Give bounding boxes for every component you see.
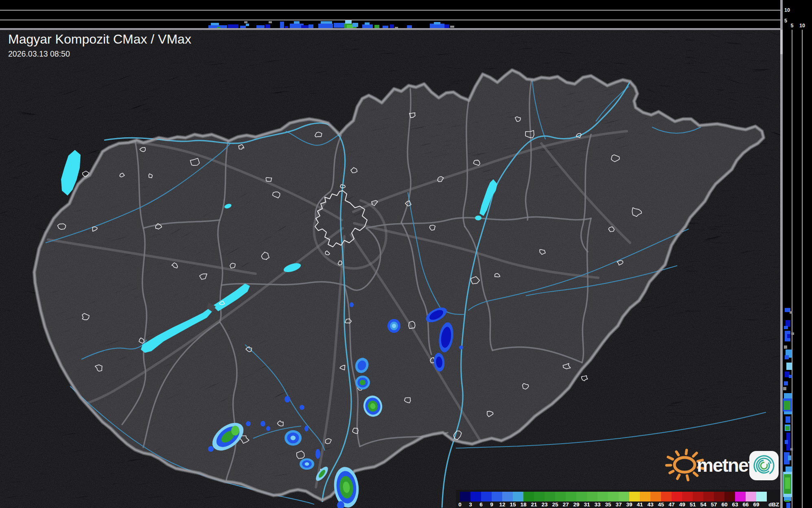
legend-value-label: 63: [732, 501, 738, 508]
legend-cell: [545, 492, 555, 501]
legend-unit-label: dBZ: [768, 501, 779, 508]
profile-echo-pixel: [365, 22, 370, 25]
legend-value-label: 9: [490, 501, 493, 508]
legend-cell: [682, 492, 693, 501]
profile-echo-pixel: [784, 401, 790, 410]
legend-value-label: 41: [637, 501, 643, 508]
legend-cell: [650, 492, 661, 501]
profile-echo-pixel: [784, 345, 787, 349]
radar-map-canvas[interactable]: [0, 0, 812, 508]
legend-value-label: 47: [668, 501, 674, 508]
radar-echo: [350, 302, 354, 307]
radar-echo: [315, 449, 320, 459]
legend-value-label: 31: [584, 501, 590, 508]
radar-echo: [285, 396, 290, 402]
right-profile-tick-10km: 10: [799, 23, 805, 29]
legend-value-label: 35: [605, 501, 611, 508]
profile-echo-pixel: [789, 375, 792, 378]
legend-value-label: 6: [479, 501, 483, 508]
legend-value-label: 45: [658, 501, 664, 508]
profile-echo-pixel: [791, 332, 794, 335]
profile-echo-pixel: [786, 363, 792, 370]
profile-echo-pixel: [786, 503, 790, 508]
legend-value-label: 49: [679, 501, 685, 508]
legend-value-label: 18: [520, 501, 527, 508]
logo-text: metnet: [697, 455, 754, 476]
profile-echo-pixel: [784, 381, 788, 385]
legend-cell: [619, 492, 629, 501]
legend-value-label: 3: [469, 501, 472, 508]
legend-value-label: 12: [499, 501, 505, 508]
radar-echo: [387, 319, 401, 333]
legend-cell: [703, 492, 714, 501]
legend-value-label: 37: [615, 501, 622, 508]
legend-cell: [576, 492, 587, 501]
profile-echo-pixel: [783, 387, 786, 390]
legend-cell: [746, 492, 756, 501]
radar-echo: [304, 426, 309, 431]
legend-value-label: 39: [626, 501, 632, 508]
profile-echo-pixel: [786, 466, 792, 472]
legend-value-label: 27: [562, 501, 569, 508]
radar-echo: [459, 345, 463, 350]
legend-value-label: 60: [721, 501, 727, 508]
profile-echo-pixel: [785, 355, 789, 359]
legend-cell: [640, 492, 650, 501]
profile-echo-pixel: [352, 23, 358, 27]
legend-cell: [661, 492, 672, 501]
profile-echo-pixel: [787, 334, 790, 338]
legend-cell: [513, 492, 523, 501]
radar-echo: [260, 421, 265, 427]
top-profile-tick-5km: 5: [784, 18, 787, 24]
top-profile-tick-10km: 10: [784, 7, 790, 13]
profile-echo-pixel: [786, 416, 790, 423]
profile-echo-pixel: [407, 25, 412, 29]
legend-value-label: 54: [700, 501, 707, 508]
legend-cell: [460, 492, 471, 501]
legend-cell: [714, 492, 724, 501]
legend-value-label: 21: [531, 501, 537, 508]
legend-cell: [724, 492, 735, 501]
profile-echo-pixel: [444, 24, 449, 28]
profile-echo-pixel: [786, 320, 790, 327]
profile-echo-pixel: [345, 20, 352, 24]
profile-echo-pixel: [788, 455, 791, 460]
legend-value-label: 25: [552, 501, 558, 508]
legend-cell: [481, 492, 492, 501]
legend-cell: [587, 492, 598, 501]
legend-cell: [672, 492, 682, 501]
profile-echo-pixel: [784, 326, 788, 329]
profile-echo-pixel: [280, 22, 284, 29]
profile-echo-pixel: [786, 426, 790, 430]
profile-echo-pixel: [269, 21, 272, 23]
legend-cell: [693, 492, 703, 501]
profile-echo-pixel: [450, 26, 454, 28]
radar-echo: [231, 426, 239, 435]
legend-cell: [492, 492, 502, 501]
radar-echo: [300, 405, 304, 410]
radar-echo: [355, 376, 370, 389]
profile-echo-pixel: [347, 25, 353, 29]
profile-echo-pixel: [790, 311, 792, 314]
profile-echo-pixel: [244, 21, 247, 23]
radar-echo: [266, 426, 270, 431]
dbz-legend: 0369121518212325272931333537394143454749…: [456, 490, 780, 508]
legend-value-label: 57: [711, 501, 717, 508]
legend-cell: [756, 492, 767, 501]
map-title: Magyar Kompozit CMax / VMax: [8, 32, 191, 46]
profile-echo-pixel: [390, 24, 394, 28]
map-timestamp: 2026.03.13 08:50: [8, 49, 70, 58]
legend-cell: [534, 492, 545, 501]
profile-echo-pixel: [785, 440, 788, 444]
legend-cell: [629, 492, 640, 501]
profile-echo-pixel: [790, 448, 793, 451]
profile-echo-pixel: [334, 23, 345, 28]
profile-echo-pixel: [434, 22, 440, 24]
profile-echo-pixel: [785, 477, 790, 489]
radar-echo: [285, 430, 302, 446]
vmax-right-profile-panel: [783, 0, 812, 508]
radar-app-window: 10 5 5 10 Magyar Kompozit CMax / VMax 20…: [0, 0, 812, 508]
legend-value-label: 0: [458, 501, 462, 508]
legend-cell: [598, 492, 608, 501]
legend-cell: [735, 492, 746, 501]
